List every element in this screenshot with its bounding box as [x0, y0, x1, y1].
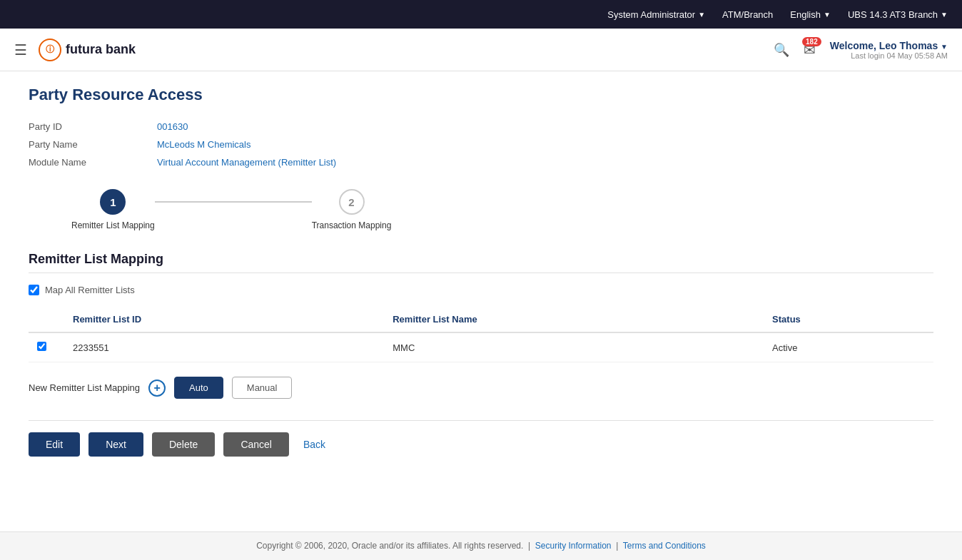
footer: Copyright © 2006, 2020, Oracle and/or it… — [0, 531, 962, 559]
branch-menu[interactable]: UBS 14.3 AT3 Branch ▼ — [848, 9, 948, 20]
remitter-table: Remitter List ID Remitter List Name Stat… — [29, 307, 933, 362]
step-1: 1 Remitter List Mapping — [71, 189, 155, 230]
stepper: 1 Remitter List Mapping 2 Transaction Ma… — [29, 189, 933, 230]
main-content: Party Resource Access Party ID 001630 Pa… — [0, 71, 962, 531]
table-row: 2233551 MMC Active — [29, 332, 933, 362]
user-name: Welcome, Leo Thomas — [830, 40, 938, 51]
atm-branch-menu[interactable]: ATM/Branch — [722, 9, 773, 20]
logo-text: futura bank — [66, 42, 136, 57]
delete-button[interactable]: Delete — [152, 432, 215, 457]
step-1-label: Remitter List Mapping — [71, 220, 155, 230]
row-checkbox[interactable] — [37, 342, 46, 351]
header-left: ☰ ⓘ futura bank — [14, 39, 136, 61]
section-title: Remitter List Mapping — [29, 252, 933, 273]
step-1-circle: 1 — [100, 189, 126, 215]
user-info[interactable]: Welcome, Leo Thomas ▼ Last login 04 May … — [830, 40, 948, 60]
table-col-status: Status — [764, 307, 933, 332]
party-name-value: McLeods M Chemicals — [157, 139, 933, 150]
last-login: Last login 04 May 05:58 AM — [830, 51, 948, 60]
party-id-label: Party ID — [29, 121, 157, 132]
table-col-name: Remitter List Name — [384, 307, 764, 332]
language-label: English — [790, 9, 821, 20]
user-chevron: ▼ — [941, 43, 948, 51]
atm-branch-label: ATM/Branch — [722, 9, 773, 20]
page-title: Party Resource Access — [29, 86, 933, 104]
language-chevron: ▼ — [824, 11, 831, 19]
cancel-button[interactable]: Cancel — [223, 432, 289, 457]
new-mapping-label: New Remitter List Mapping — [29, 382, 140, 393]
module-name-label: Module Name — [29, 157, 157, 168]
table-header-row: Remitter List ID Remitter List Name Stat… — [29, 307, 933, 332]
logo: ⓘ futura bank — [39, 39, 136, 61]
step-connector — [155, 201, 312, 203]
notification-count: 182 — [802, 37, 821, 46]
hamburger-menu[interactable]: ☰ — [14, 41, 27, 58]
next-button[interactable]: Next — [88, 432, 143, 457]
row-checkbox-cell — [29, 332, 64, 362]
branch-chevron: ▼ — [941, 11, 948, 19]
language-menu[interactable]: English ▼ — [790, 9, 831, 20]
auto-button[interactable]: Auto — [174, 377, 223, 399]
system-admin-chevron: ▼ — [698, 11, 705, 19]
new-mapping-row: New Remitter List Mapping + Auto Manual — [29, 377, 933, 399]
row-status: Active — [764, 332, 933, 362]
terms-link[interactable]: Terms and Conditions — [623, 541, 706, 551]
header-right: 🔍 ✉ 182 Welcome, Leo Thomas ▼ Last login… — [774, 40, 948, 60]
header-bar: ☰ ⓘ futura bank 🔍 ✉ 182 Welcome, Leo Tho… — [0, 29, 962, 71]
party-info: Party ID 001630 Party Name McLeods M Che… — [29, 121, 933, 168]
step-2-circle: 2 — [339, 189, 365, 215]
row-id: 2233551 — [64, 332, 384, 362]
notification-bell[interactable]: ✉ 182 — [804, 41, 816, 58]
logo-icon: ⓘ — [39, 39, 61, 61]
system-admin-menu[interactable]: System Administrator ▼ — [607, 9, 705, 20]
map-all-label: Map All Remitter Lists — [45, 285, 135, 295]
branch-label: UBS 14.3 AT3 Branch — [848, 9, 938, 20]
step-2-label: Transaction Mapping — [312, 220, 392, 230]
add-remitter-icon[interactable]: + — [148, 380, 166, 397]
table-col-id: Remitter List ID — [64, 307, 384, 332]
map-all-row: Map All Remitter Lists — [29, 285, 933, 295]
system-admin-label: System Administrator — [607, 9, 695, 20]
party-id-value: 001630 — [157, 121, 933, 132]
action-buttons: Edit Next Delete Cancel Back — [29, 420, 933, 457]
module-name-value: Virtual Account Management (Remitter Lis… — [157, 157, 933, 168]
map-all-checkbox[interactable] — [29, 285, 39, 295]
search-icon[interactable]: 🔍 — [774, 42, 789, 58]
manual-button[interactable]: Manual — [232, 377, 293, 399]
table-col-checkbox — [29, 307, 64, 332]
back-button[interactable]: Back — [298, 432, 331, 457]
copyright-text: Copyright © 2006, 2020, Oracle and/or it… — [256, 541, 523, 551]
top-bar: System Administrator ▼ ATM/Branch Englis… — [0, 0, 962, 29]
party-name-label: Party Name — [29, 139, 157, 150]
row-name: MMC — [384, 332, 764, 362]
security-info-link[interactable]: Security Information — [535, 541, 612, 551]
edit-button[interactable]: Edit — [29, 432, 80, 457]
step-2: 2 Transaction Mapping — [312, 189, 392, 230]
